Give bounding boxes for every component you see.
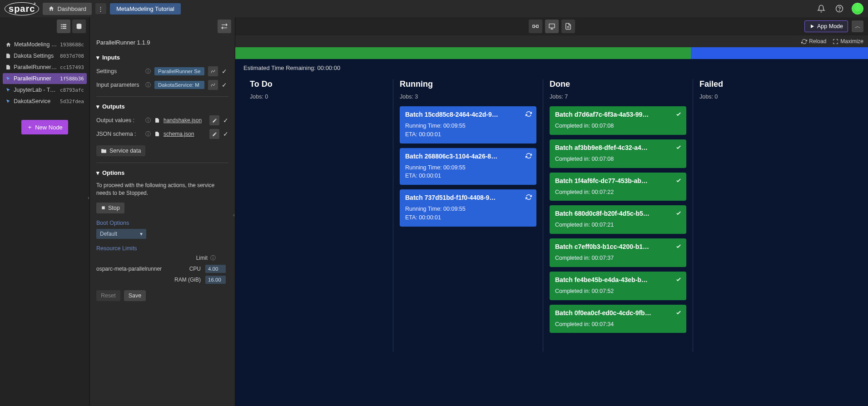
input-label: Settings	[96, 68, 142, 74]
node-name: DakotaService	[14, 98, 50, 104]
unlink-button[interactable]	[208, 66, 218, 76]
info-icon[interactable]: ⓘ	[145, 68, 151, 75]
svg-point-1	[839, 10, 840, 10]
node-row[interactable]: ParallelRunner1f588b36	[3, 73, 87, 84]
check-icon[interactable]: ✓	[223, 130, 228, 138]
file-icon	[5, 53, 11, 59]
node-row[interactable]: JupyterLab - Tut…c8793afc	[3, 84, 87, 95]
check-icon[interactable]: ✓	[222, 68, 227, 75]
node-id: cc157493	[60, 64, 84, 70]
chevron-down-icon: ▾	[96, 54, 99, 61]
card-title: Batch d7d6af7c-6f3a-4a53-99…	[555, 111, 681, 118]
card-line: Completed in: 00:07:52	[555, 287, 681, 296]
chevron-down-icon: ▾	[96, 103, 99, 110]
info-icon[interactable]: ⓘ	[210, 254, 216, 262]
job-card[interactable]: Batch 737d51bd-f1f0-4408-9…Running Time:…	[400, 189, 536, 227]
cpu-label: CPU	[174, 266, 201, 272]
swap-icon[interactable]	[218, 20, 231, 33]
node-row[interactable]: ParallelRunner S…cc157493	[3, 62, 87, 73]
column-count: Jobs: 7	[550, 94, 686, 100]
help-icon[interactable]	[833, 3, 845, 15]
file-link[interactable]: schema.json	[164, 131, 194, 137]
project-menu-button[interactable]: ⋮	[95, 3, 106, 14]
new-node-button[interactable]: ＋ New Node	[21, 120, 68, 134]
boot-options-label: Boot Options	[96, 220, 228, 226]
node-id: 5d32fdea	[60, 99, 84, 104]
job-card[interactable]: Batch 680d0c8f-b20f-4d5c-b5…Completed in…	[550, 205, 686, 234]
svg-rect-11	[536, 25, 538, 27]
boot-options-select[interactable]: Default ▾	[96, 229, 146, 239]
refresh-icon	[526, 111, 532, 117]
node-id: c8793afc	[60, 87, 84, 93]
card-line: ETA: 00:00:01	[405, 213, 531, 222]
job-card[interactable]: Batch c7eff0b3-b1cc-4200-b1…Completed in…	[550, 238, 686, 267]
job-card[interactable]: Batch af3bb9e8-dfef-4c32-a4…Completed in…	[550, 139, 686, 168]
save-button[interactable]: Save	[124, 290, 146, 301]
node-row[interactable]: DakotaService5d32fdea	[3, 96, 87, 107]
list-view-icon[interactable]	[57, 20, 70, 33]
card-title: Batch 15cd85c8-2464-4c2d-9…	[405, 111, 531, 118]
interactive-view-icon[interactable]	[545, 20, 559, 33]
node-name: JupyterLab - Tut…	[14, 87, 57, 93]
column-count: Jobs: 0	[250, 94, 387, 100]
input-chip[interactable]: ParallelRunner Se	[154, 67, 204, 75]
node-name: MetaModeling T…	[14, 41, 57, 48]
edit-button[interactable]	[209, 129, 219, 139]
node-name: ParallelRunner S…	[14, 64, 57, 70]
info-icon[interactable]: ⓘ	[145, 117, 151, 124]
logs-view-icon[interactable]	[561, 20, 575, 33]
job-card[interactable]: Batch d7d6af7c-6f3a-4a53-99…Completed in…	[550, 106, 686, 135]
dashboard-button[interactable]: Dashboard	[43, 3, 92, 15]
info-icon[interactable]: ⓘ	[145, 130, 151, 138]
check-icon[interactable]: ✓	[222, 81, 227, 89]
node-row[interactable]: Dakota Settings8037d708	[3, 50, 87, 61]
check-icon	[675, 276, 682, 282]
job-card[interactable]: Batch 0f0ea0cf-ed0c-4cdc-9fb…Completed i…	[550, 305, 686, 333]
kanban-column: RunningJobs: 3Batch 15cd85c8-2464-4c2d-9…	[393, 79, 543, 352]
app-mode-button[interactable]: App Mode	[804, 20, 848, 32]
node-row[interactable]: MetaModeling T…1938688c	[3, 39, 87, 50]
inputs-section-header[interactable]: ▾ Inputs	[96, 54, 228, 61]
check-icon[interactable]: ✓	[223, 117, 228, 124]
user-avatar[interactable]	[852, 3, 863, 15]
file-link[interactable]: handshake.json	[164, 117, 202, 124]
card-line: Completed in: 00:07:21	[555, 221, 681, 229]
stop-button[interactable]: Stop	[96, 203, 124, 213]
top-bar: s2parc Dashboard ⋮ MetaModeling Tutorial	[0, 0, 868, 17]
edit-button[interactable]	[209, 115, 219, 125]
card-line: ETA: 00:00:01	[405, 130, 531, 139]
job-card[interactable]: Batch fe4be45b-e4da-43eb-b…Completed in:…	[550, 272, 686, 300]
unlink-button[interactable]	[208, 80, 218, 90]
maximize-button[interactable]: Maximize	[833, 38, 863, 45]
project-title[interactable]: MetaModeling Tutorial	[110, 3, 181, 15]
pipeline-view-icon[interactable]	[529, 20, 542, 33]
chevron-down-icon: ▾	[96, 169, 99, 176]
job-card[interactable]: Batch 1f4af6fc-dc77-453b-ab…Completed in…	[550, 173, 686, 201]
file-icon	[154, 131, 160, 137]
collapse-mid-icon[interactable]: ‹	[231, 208, 235, 222]
bell-icon[interactable]	[815, 3, 827, 15]
job-card[interactable]: Batch 268806c3-1104-4a26-8…Running Time:…	[400, 148, 536, 185]
expand-toolbar-button[interactable]: ︿	[852, 20, 863, 32]
reset-button[interactable]: Reset	[96, 290, 120, 301]
output-label: JSON schema :	[96, 131, 142, 137]
options-hint: To proceed with the following actions, t…	[96, 182, 228, 197]
card-line: Running Time: 00:09:55	[405, 122, 531, 130]
options-section-header[interactable]: ▾ Options	[96, 169, 228, 176]
storage-view-icon[interactable]	[72, 20, 86, 33]
ram-input[interactable]	[205, 276, 226, 284]
card-title: Batch 1f4af6fc-dc77-453b-ab…	[555, 177, 681, 184]
outputs-section-header[interactable]: ▾ Outputs	[96, 103, 228, 110]
job-card[interactable]: Batch 15cd85c8-2464-4c2d-9…Running Time:…	[400, 106, 536, 144]
info-icon[interactable]: ⓘ	[145, 81, 151, 89]
main-view: App Mode ︿ Reload Maximize Estimated Tim…	[235, 17, 868, 406]
card-line: Running Time: 00:09:55	[405, 205, 531, 213]
service-data-button[interactable]: Service data	[96, 145, 145, 156]
resource-limits-label: Resource Limits	[96, 245, 228, 252]
cpu-input[interactable]	[205, 265, 226, 273]
svg-rect-5	[62, 26, 66, 27]
input-chip[interactable]: DakotaService: M	[154, 81, 204, 89]
reload-button[interactable]: Reload	[801, 38, 826, 45]
cursor-icon	[5, 76, 11, 81]
column-title: Done	[550, 79, 686, 89]
